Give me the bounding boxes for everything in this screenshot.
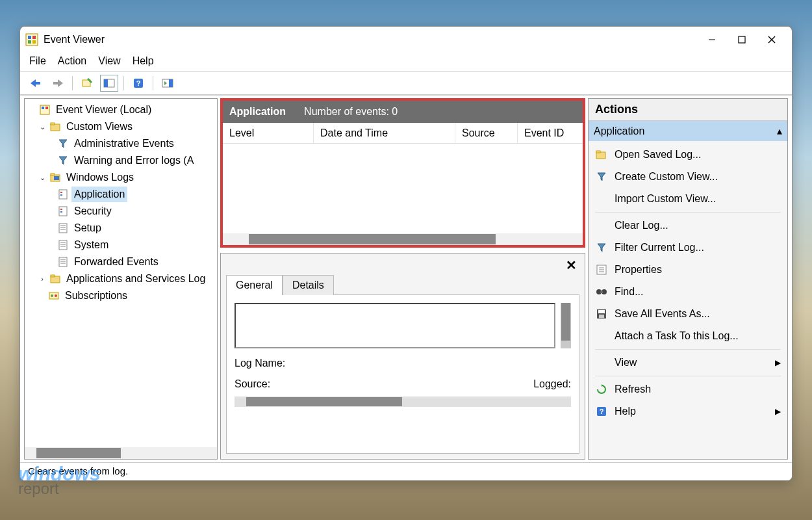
action-save-all[interactable]: Save All Events As... xyxy=(589,303,787,325)
app-icon xyxy=(25,33,38,46)
action-attach-task[interactable]: Attach a Task To this Log... xyxy=(589,325,787,347)
col-source[interactable]: Source xyxy=(455,123,518,143)
forward-button[interactable] xyxy=(49,75,67,92)
log-plain-icon xyxy=(57,222,69,234)
folder-windows-icon xyxy=(49,172,61,183)
svg-rect-32 xyxy=(60,192,62,193)
vertical-scrollbar[interactable] xyxy=(561,303,571,348)
tree-pane: Event Viewer (Local) ⌄Custom Views Admin… xyxy=(24,98,218,460)
tree-apps-services[interactable]: Applications and Services Log xyxy=(64,271,208,287)
col-level[interactable]: Level xyxy=(223,123,314,143)
events-body[interactable] xyxy=(223,144,583,233)
tree-custom-views[interactable]: Custom Views xyxy=(64,119,135,135)
events-list-panel: Application Number of events: 0 Level Da… xyxy=(220,98,585,248)
refresh-icon xyxy=(595,383,608,396)
status-text: Clears events from log. xyxy=(28,465,128,476)
tree-subscriptions[interactable]: Subscriptions xyxy=(62,288,130,304)
svg-point-53 xyxy=(55,294,57,297)
tab-details[interactable]: Details xyxy=(283,275,334,295)
help-button[interactable]: ? xyxy=(129,75,147,92)
svg-marker-11 xyxy=(58,79,63,87)
action-import-custom-view[interactable]: Import Custom View... xyxy=(589,188,787,210)
horizontal-scrollbar[interactable] xyxy=(235,396,571,407)
svg-rect-12 xyxy=(53,82,58,84)
log-name-label: Log Name: xyxy=(235,358,285,369)
menu-view[interactable]: View xyxy=(98,55,120,67)
expander-icon[interactable]: ⌄ xyxy=(38,119,47,135)
tree-security[interactable]: Security xyxy=(71,203,114,219)
menu-action[interactable]: Action xyxy=(58,55,86,67)
properties-icon xyxy=(595,263,608,276)
tree-windows-logs[interactable]: Windows Logs xyxy=(64,170,136,185)
folder-open-icon xyxy=(595,148,608,161)
help-icon: ? xyxy=(595,405,608,418)
svg-rect-25 xyxy=(51,123,55,125)
svg-rect-64 xyxy=(600,291,603,293)
svg-rect-35 xyxy=(60,209,62,210)
action-create-custom-view[interactable]: Create Custom View... xyxy=(589,166,787,188)
filter-icon xyxy=(57,155,69,166)
show-hide-console-tree-button[interactable] xyxy=(100,75,118,92)
action-help[interactable]: ?Help▶ xyxy=(589,400,787,422)
action-view[interactable]: View▶ xyxy=(589,352,787,374)
tree-root[interactable]: Event Viewer (Local) xyxy=(53,102,154,118)
svg-rect-30 xyxy=(54,176,59,180)
action-properties[interactable]: Properties xyxy=(589,259,787,281)
binoculars-icon xyxy=(595,285,608,298)
horizontal-scrollbar[interactable] xyxy=(223,233,583,245)
menubar: File Action View Help xyxy=(20,53,792,72)
log-icon xyxy=(57,188,69,200)
subscriptions-icon xyxy=(48,290,60,302)
log-plain-icon xyxy=(57,256,69,268)
filter-icon xyxy=(595,241,608,254)
tree-application[interactable]: Application xyxy=(71,187,127,202)
logged-label: Logged: xyxy=(533,378,571,390)
properties-button[interactable] xyxy=(78,75,96,92)
svg-rect-1 xyxy=(28,36,31,39)
col-eventid[interactable]: Event ID xyxy=(518,123,583,143)
svg-marker-27 xyxy=(59,157,67,164)
menu-file[interactable]: File xyxy=(29,55,46,67)
close-icon[interactable]: ✕ xyxy=(566,257,577,273)
maximize-button[interactable] xyxy=(727,30,757,49)
tree-warn-error[interactable]: Warning and Error logs (A xyxy=(71,153,196,168)
events-count: Number of events: 0 xyxy=(304,106,398,118)
tree-forwarded[interactable]: Forwarded Events xyxy=(71,254,161,270)
action-refresh[interactable]: Refresh xyxy=(589,378,787,400)
action-find[interactable]: Find... xyxy=(589,281,787,303)
collapse-icon: ▴ xyxy=(777,125,782,137)
action-open-saved-log[interactable]: Open Saved Log... xyxy=(589,144,787,166)
tree-admin-events[interactable]: Administrative Events xyxy=(71,136,177,151)
back-button[interactable] xyxy=(27,75,45,92)
tree-setup[interactable]: Setup xyxy=(71,220,104,236)
minimize-button[interactable] xyxy=(697,30,727,49)
svg-rect-10 xyxy=(35,82,40,84)
detail-description[interactable] xyxy=(235,303,555,348)
col-date[interactable]: Date and Time xyxy=(314,123,455,143)
filter-icon xyxy=(595,170,608,183)
horizontal-scrollbar[interactable] xyxy=(25,447,217,459)
actions-group-header[interactable]: Application ▴ xyxy=(589,121,787,141)
filter-icon xyxy=(57,138,69,150)
expander-icon[interactable]: ⌄ xyxy=(38,170,47,185)
window-title: Event Viewer xyxy=(44,34,697,46)
action-clear-log[interactable]: Clear Log... xyxy=(589,214,787,237)
show-hide-action-pane-button[interactable] xyxy=(159,75,177,92)
action-filter-log[interactable]: Filter Current Log... xyxy=(589,237,787,259)
svg-rect-34 xyxy=(59,207,67,216)
event-viewer-window: Event Viewer File Action View Help ? Eve… xyxy=(19,26,793,481)
svg-rect-41 xyxy=(59,240,67,250)
submenu-arrow-icon: ▶ xyxy=(775,356,781,370)
menu-help[interactable]: Help xyxy=(133,55,154,67)
svg-rect-33 xyxy=(60,194,62,196)
save-icon xyxy=(595,307,608,320)
actions-title: Actions xyxy=(589,99,787,121)
expander-icon[interactable]: › xyxy=(38,271,47,287)
svg-rect-66 xyxy=(598,310,605,313)
svg-rect-15 xyxy=(104,79,108,87)
close-button[interactable] xyxy=(757,30,787,49)
toolbar: ? xyxy=(20,72,792,95)
tree-system[interactable]: System xyxy=(71,237,111,253)
svg-marker-26 xyxy=(59,140,67,148)
tab-general[interactable]: General xyxy=(226,275,283,295)
